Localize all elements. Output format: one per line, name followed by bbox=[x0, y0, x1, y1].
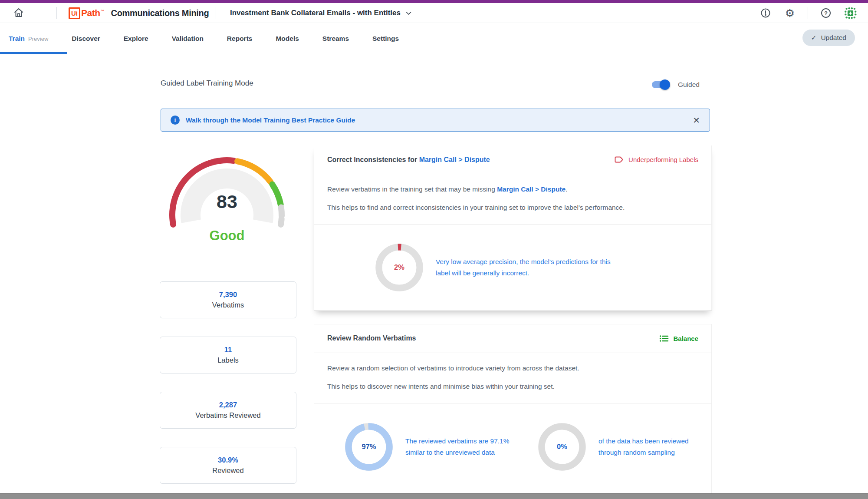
best-practice-banner: i Walk through the Model Training Best P… bbox=[161, 109, 710, 132]
toggle-track bbox=[652, 81, 669, 88]
precision-donut: 2% bbox=[375, 243, 424, 292]
window-bottom-bar bbox=[0, 493, 868, 499]
dataset-selector[interactable]: Investment Bank Collateral Emails - with… bbox=[230, 3, 411, 23]
random-sampling-donut: 0% bbox=[538, 423, 586, 471]
gear-icon: ⚙ bbox=[785, 8, 795, 19]
stat-label: Verbatims bbox=[212, 301, 244, 309]
toggle-state-label: Guided bbox=[678, 81, 700, 89]
card-header: Review Random Verbatims Balance bbox=[314, 324, 711, 353]
card-title: Review Random Verbatims bbox=[327, 334, 416, 342]
uipath-logo-path: Path bbox=[81, 8, 100, 18]
label-link[interactable]: Margin Call > Dispute bbox=[419, 156, 490, 163]
precision-panel: 2% Very low average precision, the model… bbox=[314, 225, 711, 311]
apps-grid-icon bbox=[844, 6, 857, 20]
card-title-text: Correct Inconsistencies for bbox=[327, 156, 419, 163]
tab-train[interactable]: Train Preview bbox=[9, 35, 48, 43]
uipath-logo: Ui Path ™ Communications Mining bbox=[69, 3, 209, 23]
settings-button[interactable]: ⚙ bbox=[783, 7, 796, 20]
gauge-rating: Good bbox=[166, 228, 288, 244]
stat-card-verbatims-reviewed[interactable]: 2,287 Verbatims Reviewed bbox=[160, 392, 296, 429]
main-nav: Train Preview Discover Explore Validatio… bbox=[0, 23, 868, 54]
similarity-donut: 97% bbox=[345, 423, 393, 471]
label-link[interactable]: Margin Call > Dispute bbox=[497, 185, 566, 193]
chevron-down-icon bbox=[406, 11, 411, 15]
description-line: This helps to find and correct inconsist… bbox=[327, 203, 698, 212]
stat-card-labels[interactable]: 11 Labels bbox=[160, 337, 296, 373]
card-description: Review verbatims in the training set tha… bbox=[314, 174, 711, 225]
bulleted-list-icon bbox=[659, 334, 669, 343]
help-button[interactable]: ? bbox=[819, 7, 832, 20]
tab-validation[interactable]: Validation bbox=[172, 35, 204, 43]
stat-card-reviewed-percent[interactable]: 30.9% Reviewed bbox=[160, 447, 296, 484]
active-tab-indicator bbox=[0, 52, 67, 54]
stat-label: Verbatims Reviewed bbox=[195, 411, 260, 420]
correct-inconsistencies-card: Correct Inconsistencies for Margin Call … bbox=[314, 145, 712, 311]
info-icon: i bbox=[171, 116, 180, 125]
toggle-knob bbox=[660, 79, 670, 90]
donut-value: 0% bbox=[538, 423, 586, 471]
nav-tabs: Train Preview Discover Explore Validatio… bbox=[0, 23, 868, 54]
random-sampling-message: of the data has been reviewed through ra… bbox=[598, 436, 696, 458]
tab-train-preview-badge: Preview bbox=[28, 36, 48, 42]
model-score-gauge: 83 bbox=[166, 152, 288, 226]
model-status-label: Updated bbox=[821, 34, 846, 42]
tab-explore[interactable]: Explore bbox=[124, 35, 148, 43]
description-line: Review verbatims in the training set tha… bbox=[327, 185, 698, 194]
card-title: Correct Inconsistencies for Margin Call … bbox=[327, 156, 490, 164]
stat-label: Labels bbox=[217, 356, 239, 364]
donut-value: 2% bbox=[375, 243, 424, 292]
header: Ui Path ™ Communications Mining Investme… bbox=[0, 3, 868, 23]
description-line: Review a random selection of verbatims t… bbox=[327, 364, 698, 373]
header-actions: ⚙ ? bbox=[759, 3, 857, 23]
similarity-stat: 97% The reviewed verbatims are 97.1% sim… bbox=[345, 423, 512, 471]
notifications-button[interactable] bbox=[759, 7, 772, 20]
tab-train-label: Train bbox=[9, 35, 25, 43]
header-divider bbox=[216, 7, 216, 19]
sampling-panel: 97% The reviewed verbatims are 97.1% sim… bbox=[314, 403, 711, 490]
tab-streams[interactable]: Streams bbox=[322, 35, 349, 43]
help-icon: ? bbox=[821, 8, 831, 18]
stat-label: Reviewed bbox=[212, 466, 243, 475]
card-header: Correct Inconsistencies for Margin Call … bbox=[314, 145, 711, 174]
underperforming-labels-tag[interactable]: Underperforming Labels bbox=[615, 155, 698, 164]
tag-label: Underperforming Labels bbox=[628, 156, 698, 163]
tab-settings[interactable]: Settings bbox=[372, 35, 399, 43]
model-status-badge[interactable]: ✓ Updated bbox=[802, 30, 855, 46]
close-icon[interactable]: ✕ bbox=[693, 116, 700, 125]
tab-models[interactable]: Models bbox=[276, 35, 299, 43]
banner-link[interactable]: Walk through the Model Training Best Pra… bbox=[186, 116, 355, 124]
precision-message: Very low average precision, the model's … bbox=[436, 256, 618, 279]
trademark-symbol: ™ bbox=[101, 9, 104, 13]
product-name: Communications Mining bbox=[111, 8, 209, 18]
tag-icon bbox=[615, 155, 624, 164]
review-random-verbatims-card: Review Random Verbatims Balance Review a… bbox=[314, 324, 712, 499]
balance-tag[interactable]: Balance bbox=[659, 334, 698, 343]
alert-badge-icon bbox=[760, 7, 771, 19]
tag-label: Balance bbox=[673, 335, 698, 342]
header-divider bbox=[808, 7, 808, 19]
description-text: . bbox=[566, 185, 567, 193]
app-window: Ui Path ™ Communications Mining Investme… bbox=[0, 0, 868, 499]
guided-mode-label: Guided Label Training Mode bbox=[161, 79, 253, 88]
tab-reports[interactable]: Reports bbox=[227, 35, 253, 43]
check-icon: ✓ bbox=[811, 34, 817, 42]
stat-value: 2,287 bbox=[219, 401, 237, 409]
similarity-message: The reviewed verbatims are 97.1% similar… bbox=[405, 436, 512, 458]
apps-launcher-button[interactable] bbox=[844, 7, 857, 20]
guided-mode-toggle[interactable]: Guided bbox=[652, 81, 700, 89]
stat-value: 30.9% bbox=[218, 456, 238, 464]
brand-top-strip bbox=[0, 0, 868, 3]
gauge-score: 83 bbox=[166, 191, 288, 212]
random-sampling-stat: 0% of the data has been reviewed through… bbox=[538, 423, 696, 471]
card-description: Review a random selection of verbatims t… bbox=[314, 353, 711, 403]
stat-card-verbatims[interactable]: 7,390 Verbatims bbox=[160, 281, 296, 318]
stat-value: 7,390 bbox=[219, 291, 237, 299]
description-text: Review verbatims in the training set tha… bbox=[327, 185, 497, 193]
home-button[interactable] bbox=[11, 7, 26, 20]
home-icon bbox=[13, 7, 24, 20]
training-actions-column: Correct Inconsistencies for Margin Call … bbox=[314, 145, 712, 499]
dataset-title: Investment Bank Collateral Emails - with… bbox=[230, 9, 401, 17]
stat-value: 11 bbox=[224, 346, 232, 354]
tab-discover[interactable]: Discover bbox=[72, 35, 100, 43]
description-line: This helps to discover new intents and m… bbox=[327, 382, 698, 391]
